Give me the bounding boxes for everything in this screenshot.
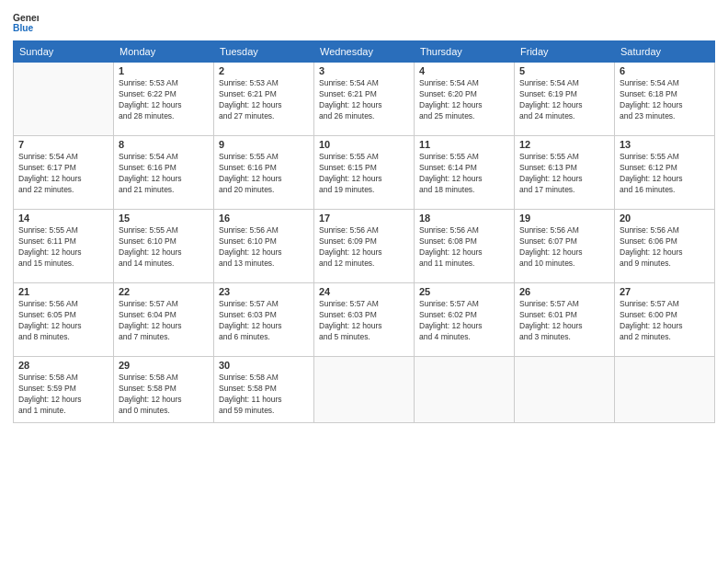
svg-text:Blue: Blue [13,23,34,33]
day-number: 25 [419,286,509,297]
calendar-cell: 30Sunrise: 5:58 AM Sunset: 5:58 PM Dayli… [214,357,314,423]
calendar-cell: 8Sunrise: 5:54 AM Sunset: 6:16 PM Daylig… [114,136,214,210]
calendar-cell: 19Sunrise: 5:56 AM Sunset: 6:07 PM Dayli… [515,210,615,283]
day-info: Sunrise: 5:53 AM Sunset: 6:22 PM Dayligh… [119,78,209,122]
day-info: Sunrise: 5:56 AM Sunset: 6:08 PM Dayligh… [419,225,509,270]
calendar-cell: 25Sunrise: 5:57 AM Sunset: 6:02 PM Dayli… [415,283,515,357]
day-info: Sunrise: 5:54 AM Sunset: 6:16 PM Dayligh… [119,152,209,196]
calendar-cell: 1Sunrise: 5:53 AM Sunset: 6:22 PM Daylig… [114,63,214,136]
calendar-table: SundayMondayTuesdayWednesdayThursdayFrid… [13,40,715,423]
calendar-cell [415,357,515,423]
svg-text:General: General [13,13,39,23]
weekday-header: Saturday [615,41,715,63]
day-info: Sunrise: 5:57 AM Sunset: 6:03 PM Dayligh… [219,299,309,343]
logo-icon: General Blue [13,9,39,35]
calendar-cell: 22Sunrise: 5:57 AM Sunset: 6:04 PM Dayli… [114,283,214,357]
calendar-cell: 7Sunrise: 5:54 AM Sunset: 6:17 PM Daylig… [14,136,114,210]
calendar-cell: 23Sunrise: 5:57 AM Sunset: 6:03 PM Dayli… [214,283,314,357]
day-number: 7 [18,139,108,150]
calendar-cell: 28Sunrise: 5:58 AM Sunset: 5:59 PM Dayli… [14,357,114,423]
day-info: Sunrise: 5:55 AM Sunset: 6:13 PM Dayligh… [519,152,609,196]
day-number: 17 [319,213,409,224]
calendar-cell [314,357,415,423]
day-number: 20 [620,213,710,224]
day-info: Sunrise: 5:56 AM Sunset: 6:10 PM Dayligh… [219,225,309,270]
calendar-row: 14Sunrise: 5:55 AM Sunset: 6:11 PM Dayli… [14,210,715,283]
day-number: 14 [18,213,108,224]
day-number: 12 [519,139,609,150]
day-number: 8 [119,139,209,150]
day-number: 9 [219,139,309,150]
day-info: Sunrise: 5:57 AM Sunset: 6:01 PM Dayligh… [519,299,609,343]
day-info: Sunrise: 5:57 AM Sunset: 6:03 PM Dayligh… [319,299,409,343]
calendar-cell: 10Sunrise: 5:55 AM Sunset: 6:15 PM Dayli… [314,136,415,210]
calendar-cell: 18Sunrise: 5:56 AM Sunset: 6:08 PM Dayli… [415,210,515,283]
weekday-header: Monday [114,41,214,63]
calendar-cell: 21Sunrise: 5:56 AM Sunset: 6:05 PM Dayli… [14,283,114,357]
weekday-header: Tuesday [214,41,314,63]
day-number: 29 [119,360,209,371]
day-number: 10 [319,139,409,150]
day-number: 1 [119,65,209,76]
day-number: 13 [620,139,710,150]
day-number: 15 [119,213,209,224]
day-number: 5 [519,65,609,76]
day-number: 4 [419,65,509,76]
day-info: Sunrise: 5:57 AM Sunset: 6:02 PM Dayligh… [419,299,509,343]
weekday-header: Friday [515,41,615,63]
calendar-cell [14,63,114,136]
calendar-header-row: SundayMondayTuesdayWednesdayThursdayFrid… [14,41,715,63]
day-number: 26 [519,286,609,297]
calendar-cell: 11Sunrise: 5:55 AM Sunset: 6:14 PM Dayli… [415,136,515,210]
day-info: Sunrise: 5:58 AM Sunset: 5:58 PM Dayligh… [119,373,209,417]
day-info: Sunrise: 5:57 AM Sunset: 6:04 PM Dayligh… [119,299,209,343]
day-info: Sunrise: 5:56 AM Sunset: 6:07 PM Dayligh… [519,225,609,270]
calendar-cell [615,357,715,423]
day-info: Sunrise: 5:54 AM Sunset: 6:17 PM Dayligh… [18,152,108,196]
day-info: Sunrise: 5:58 AM Sunset: 5:58 PM Dayligh… [219,373,309,417]
calendar-row: 1Sunrise: 5:53 AM Sunset: 6:22 PM Daylig… [14,63,715,136]
calendar-cell: 13Sunrise: 5:55 AM Sunset: 6:12 PM Dayli… [615,136,715,210]
day-info: Sunrise: 5:55 AM Sunset: 6:10 PM Dayligh… [119,225,209,270]
day-info: Sunrise: 5:55 AM Sunset: 6:12 PM Dayligh… [620,152,710,196]
logo: General Blue [13,9,42,35]
day-info: Sunrise: 5:56 AM Sunset: 6:06 PM Dayligh… [620,225,710,270]
day-number: 16 [219,213,309,224]
day-number: 21 [18,286,108,297]
day-number: 18 [419,213,509,224]
calendar-cell: 5Sunrise: 5:54 AM Sunset: 6:19 PM Daylig… [515,63,615,136]
day-info: Sunrise: 5:54 AM Sunset: 6:21 PM Dayligh… [319,78,409,122]
calendar-cell: 2Sunrise: 5:53 AM Sunset: 6:21 PM Daylig… [214,63,314,136]
day-info: Sunrise: 5:54 AM Sunset: 6:19 PM Dayligh… [519,78,609,122]
day-number: 2 [219,65,309,76]
weekday-header: Wednesday [314,41,415,63]
day-info: Sunrise: 5:58 AM Sunset: 5:59 PM Dayligh… [18,373,108,417]
calendar-cell: 26Sunrise: 5:57 AM Sunset: 6:01 PM Dayli… [515,283,615,357]
calendar-row: 7Sunrise: 5:54 AM Sunset: 6:17 PM Daylig… [14,136,715,210]
day-number: 27 [620,286,710,297]
calendar-row: 21Sunrise: 5:56 AM Sunset: 6:05 PM Dayli… [14,283,715,357]
calendar-cell: 16Sunrise: 5:56 AM Sunset: 6:10 PM Dayli… [214,210,314,283]
day-number: 23 [219,286,309,297]
calendar-cell: 12Sunrise: 5:55 AM Sunset: 6:13 PM Dayli… [515,136,615,210]
day-number: 6 [620,65,710,76]
calendar-cell: 29Sunrise: 5:58 AM Sunset: 5:58 PM Dayli… [114,357,214,423]
day-number: 3 [319,65,409,76]
day-number: 24 [319,286,409,297]
calendar-cell: 20Sunrise: 5:56 AM Sunset: 6:06 PM Dayli… [615,210,715,283]
calendar-row: 28Sunrise: 5:58 AM Sunset: 5:59 PM Dayli… [14,357,715,423]
calendar-cell: 3Sunrise: 5:54 AM Sunset: 6:21 PM Daylig… [314,63,415,136]
day-number: 22 [119,286,209,297]
calendar-cell: 6Sunrise: 5:54 AM Sunset: 6:18 PM Daylig… [615,63,715,136]
day-info: Sunrise: 5:55 AM Sunset: 6:15 PM Dayligh… [319,152,409,196]
day-number: 19 [519,213,609,224]
day-info: Sunrise: 5:53 AM Sunset: 6:21 PM Dayligh… [219,78,309,122]
page-header: General Blue [13,9,715,35]
day-info: Sunrise: 5:54 AM Sunset: 6:18 PM Dayligh… [620,78,710,122]
calendar-cell: 4Sunrise: 5:54 AM Sunset: 6:20 PM Daylig… [415,63,515,136]
day-number: 11 [419,139,509,150]
day-info: Sunrise: 5:54 AM Sunset: 6:20 PM Dayligh… [419,78,509,122]
calendar-cell [515,357,615,423]
weekday-header: Sunday [14,41,114,63]
day-info: Sunrise: 5:57 AM Sunset: 6:00 PM Dayligh… [620,299,710,343]
